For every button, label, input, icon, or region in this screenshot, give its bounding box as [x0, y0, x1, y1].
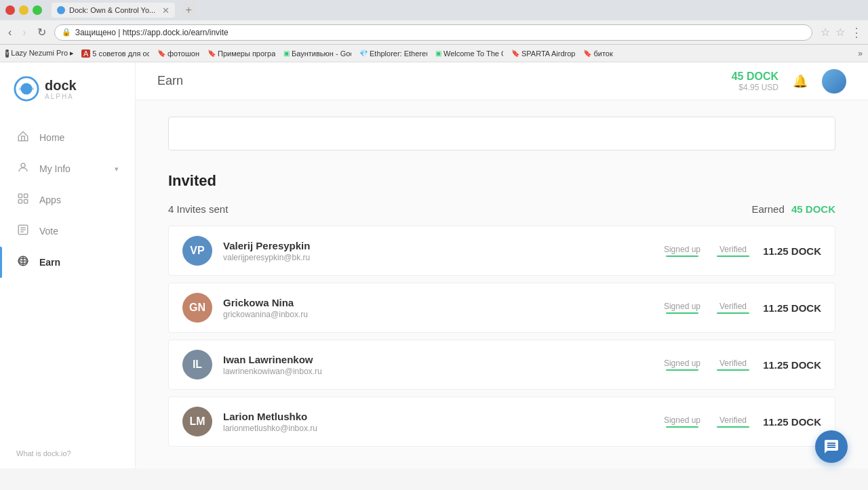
maximize-button[interactable]	[33, 5, 42, 15]
invite-row-0: VP Valerij Peresypkin valerijperesypkin@…	[168, 226, 835, 276]
invite-name: Iwan Lawrinenkow	[223, 354, 653, 365]
bookmarks-bar: Y Lazy Nezumi Pro ▸ A 5 советов для осво…	[0, 45, 868, 62]
header-right: 45 DOCK $4.95 USD 🔔	[732, 69, 846, 94]
invite-email: larionmetlushko@inbox.ru	[223, 424, 653, 433]
apps-icon	[16, 192, 30, 207]
signed-up-indicator	[666, 256, 698, 257]
sidebar-footer: What is dock.io?	[0, 438, 135, 468]
dock-amount: 45 DOCK	[732, 70, 778, 83]
verified-indicator	[717, 426, 749, 428]
status-verified: Verified	[717, 302, 749, 314]
status-signed-up: Signed up	[664, 359, 701, 371]
invite-info: Iwan Lawrinenkow lawrinenkowiwan@inbox.r…	[223, 354, 653, 376]
sidebar-vote-label: Vote	[39, 226, 119, 237]
bookmark-label: биток	[593, 49, 612, 58]
sidebar-item-home[interactable]: Home	[0, 122, 135, 153]
bookmark-lazymezumi[interactable]: Y Lazy Nezumi Pro ▸	[5, 49, 73, 58]
lock-icon: 🔒	[62, 28, 71, 37]
invite-name: Valerij Peresypkin	[223, 240, 653, 251]
invite-dock-amount: 11.25 DOCK	[760, 302, 821, 314]
sidebar-nav: Home My Info ▾ Apps Vote	[0, 122, 135, 278]
bookmark-5tips[interactable]: A 5 советов для осво...	[81, 49, 149, 58]
sidebar-item-vote[interactable]: Vote	[0, 216, 135, 247]
menu-icon[interactable]: ⋮	[850, 25, 863, 40]
url-text: Защищено | https://app.dock.io/earn/invi…	[75, 28, 229, 37]
signed-up-label: Signed up	[664, 302, 701, 311]
main-content: Earn 45 DOCK $4.95 USD 🔔 Invited 4 Invit…	[136, 62, 868, 468]
url-bar[interactable]: 🔒 Защищено | https://app.dock.io/earn/in…	[54, 24, 812, 41]
sidebar-item-apps[interactable]: Apps	[0, 184, 135, 216]
new-tab-button[interactable]: +	[182, 3, 195, 18]
bookmark-label: Ethplorer: Ethereum...	[370, 49, 427, 58]
invite-email: lawrinenkowiwan@inbox.ru	[223, 367, 653, 376]
svg-rect-5	[24, 194, 28, 197]
app-wrapper: dock alpha Home My Info ▾	[0, 62, 868, 468]
status-signed-up: Signed up	[664, 415, 701, 428]
invite-stats: 4 Invites sent Earned 45 DOCK	[168, 203, 835, 215]
vote-icon	[16, 224, 30, 239]
more-bookmarks-icon[interactable]: »	[858, 49, 863, 58]
bookmark-label: SPARTA Airdrop	[521, 49, 575, 58]
invite-input-bar[interactable]	[168, 117, 835, 150]
home-icon	[16, 130, 30, 145]
invite-status: Signed up Verified	[664, 359, 749, 371]
sidebar: dock alpha Home My Info ▾	[0, 62, 136, 468]
bookmark-welcome[interactable]: ▣ Welcome To The Of...	[435, 49, 503, 58]
status-verified: Verified	[717, 415, 749, 428]
verified-label: Verified	[719, 359, 747, 368]
bookmark-ethplorer[interactable]: 💎 Ethplorer: Ethereum...	[359, 49, 427, 58]
bookmark-label: Lazy Nezumi Pro ▸	[11, 49, 73, 58]
earn-icon	[16, 255, 30, 270]
extensions-icon: ☆	[821, 26, 830, 39]
status-verified: Verified	[717, 359, 749, 371]
earned-amount: 45 DOCK	[791, 203, 835, 215]
sidebar-myinfo-label: My Info	[39, 163, 105, 174]
signed-up-indicator	[666, 369, 698, 371]
logo-area: dock alpha	[0, 76, 135, 122]
invites-sent-count: 4 Invites sent	[168, 203, 228, 215]
signed-up-indicator	[666, 312, 698, 314]
tab-title: Dock: Own & Control Yo...	[69, 6, 155, 14]
avatar[interactable]	[822, 69, 846, 94]
bookmark-examples[interactable]: 🔖 Примеры програм...	[208, 49, 275, 58]
minimize-button[interactable]	[19, 5, 28, 15]
notification-bell-button[interactable]: 🔔	[789, 70, 811, 92]
tab-close-icon[interactable]: ✕	[162, 5, 170, 16]
forward-button[interactable]: ›	[20, 25, 28, 40]
bookmark-bitcoin[interactable]: 🔖 биток	[583, 49, 612, 58]
status-signed-up: Signed up	[664, 245, 701, 257]
bookmark-sparta[interactable]: 🔖 SPARTA Airdrop	[511, 49, 575, 58]
invite-status: Signed up Verified	[664, 302, 749, 314]
status-signed-up: Signed up	[664, 302, 701, 314]
verified-indicator	[717, 256, 749, 257]
close-button[interactable]	[5, 5, 15, 15]
bookmark-icon[interactable]: ☆	[835, 26, 845, 39]
reload-button[interactable]: ↻	[35, 24, 49, 40]
back-button[interactable]: ‹	[5, 25, 14, 40]
bookmark-bounty[interactable]: ▣ Баунтивьюн - Goo...	[283, 49, 351, 58]
svg-rect-4	[18, 194, 22, 197]
content-area: Invited 4 Invites sent Earned 45 DOCK VP…	[136, 100, 868, 468]
dock-balance: 45 DOCK $4.95 USD	[732, 70, 778, 92]
dock-logo-icon	[14, 76, 39, 102]
sidebar-item-earn[interactable]: Earn	[0, 247, 135, 278]
sidebar-item-myinfo[interactable]: My Info ▾	[0, 153, 135, 184]
svg-point-3	[21, 163, 25, 167]
bookmark-label: Welcome To The Of...	[443, 49, 503, 58]
invite-avatar: GN	[182, 293, 212, 323]
bookmark-label: 5 советов для осво...	[92, 49, 149, 58]
invite-avatar: IL	[182, 350, 212, 380]
svg-rect-6	[18, 200, 22, 203]
invite-dock-amount: 11.25 DOCK	[760, 416, 821, 428]
bookmark-photoshop[interactable]: 🔖 фотошон	[157, 49, 199, 58]
verified-label: Verified	[719, 245, 747, 254]
invite-status: Signed up Verified	[664, 415, 749, 428]
usd-amount: $4.95 USD	[732, 83, 778, 92]
svg-rect-7	[24, 200, 28, 203]
earned-label: Earned 45 DOCK	[751, 203, 835, 215]
signed-up-indicator	[666, 426, 698, 428]
invite-dock-amount: 11.25 DOCK	[760, 359, 821, 371]
invited-section-title: Invited	[168, 172, 835, 190]
chat-fab-button[interactable]	[815, 430, 848, 463]
footer-text: What is dock.io?	[16, 449, 71, 457]
